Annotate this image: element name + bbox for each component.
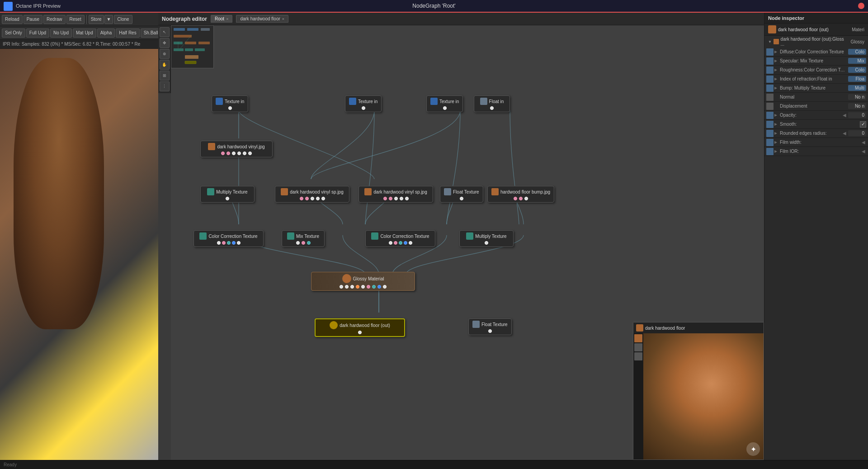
- port-cc1-p3[interactable]: [227, 241, 231, 245]
- port-glossy-p7[interactable]: [372, 285, 376, 289]
- pause-button[interactable]: Pause: [24, 15, 42, 24]
- store-arrow[interactable]: ▼: [104, 15, 113, 24]
- close-button[interactable]: [858, 3, 864, 9]
- node-mix-tex[interactable]: Mix Texture: [282, 230, 325, 247]
- port-glossy-p6[interactable]: [367, 285, 370, 289]
- port-vinyl-p3[interactable]: [232, 152, 236, 155]
- full-upd-button[interactable]: Full Upd: [26, 28, 49, 38]
- node-color-corr-2[interactable]: Color Correction Texture: [365, 230, 435, 247]
- port-glossy-p4[interactable]: [356, 285, 359, 289]
- port-vinylsp1-p4[interactable]: [316, 197, 320, 200]
- half-res-button[interactable]: Half Res: [116, 28, 139, 38]
- node-vinyl-sp1[interactable]: dark hardwood vinyl sp.jpg: [275, 186, 349, 203]
- port-cc2-p1[interactable]: [389, 241, 392, 245]
- port-glossy-p1[interactable]: [340, 285, 343, 289]
- port-float-tex-p1[interactable]: [460, 197, 463, 200]
- port-cc2-p2[interactable]: [394, 241, 397, 245]
- port-cc2-p3[interactable]: [399, 241, 402, 245]
- port-mix-p3[interactable]: [307, 241, 311, 245]
- node-color-corr-1[interactable]: Color Correction Texture: [193, 230, 264, 247]
- preview-thumb-3[interactable]: [634, 352, 642, 360]
- port-vinylsp1-p3[interactable]: [311, 197, 314, 200]
- port-mix-p2[interactable]: [302, 241, 305, 245]
- port-vinyl-p6[interactable]: [248, 152, 252, 155]
- redraw-button[interactable]: Redraw: [43, 15, 65, 24]
- ng-tool-zoom[interactable]: ⊕: [160, 49, 170, 59]
- alpha-button[interactable]: Alpha: [97, 28, 115, 38]
- ng-tool-grid[interactable]: ⊞: [160, 71, 170, 81]
- smooth-checkbox[interactable]: ✓: [860, 121, 866, 128]
- port-bump-p1[interactable]: [514, 197, 517, 200]
- reload-button[interactable]: Reload: [2, 15, 23, 24]
- node-texture-in-2[interactable]: Texture in: [345, 95, 382, 112]
- port-float-in-out[interactable]: [490, 106, 494, 110]
- tab-dark-hardwood-close[interactable]: ×: [282, 17, 284, 21]
- port-cc1-p5[interactable]: [237, 241, 241, 245]
- port-vinylsp2-p4[interactable]: [400, 197, 403, 200]
- node-texture-in-3[interactable]: Texture in: [426, 95, 463, 112]
- node-float-tex-2[interactable]: Float Texture: [468, 318, 512, 335]
- port-cc1-p4[interactable]: [232, 241, 236, 245]
- opacity-left-arrow[interactable]: ◀: [843, 113, 846, 118]
- rounded-left-arrow[interactable]: ◀: [843, 131, 846, 136]
- tab-dark-hardwood[interactable]: dark hardwood floor ×: [236, 15, 288, 23]
- ng-tool-pan[interactable]: ✋: [160, 60, 170, 70]
- port-vinylsp2-p1[interactable]: [383, 197, 387, 200]
- film-width-left-arrow[interactable]: ◀: [862, 140, 865, 145]
- port-vinylsp2-p5[interactable]: [405, 197, 409, 200]
- mat-upd-button[interactable]: Mat Upd: [73, 28, 96, 38]
- film-ior-left-arrow[interactable]: ◀: [862, 149, 865, 154]
- port-vinylsp2-p2[interactable]: [389, 197, 392, 200]
- port-vinylsp1-p2[interactable]: [305, 197, 309, 200]
- sel-only-button[interactable]: Sel Only: [2, 28, 25, 38]
- port-float-tex2-p1[interactable]: [488, 329, 492, 333]
- node-multiply-tex-2[interactable]: Multiply Texture: [459, 230, 514, 247]
- port-tex2-out[interactable]: [362, 106, 365, 110]
- port-vinylsp1-p1[interactable]: [300, 197, 303, 200]
- port-bump-p2[interactable]: [519, 197, 523, 200]
- port-glossy-p2[interactable]: [345, 285, 349, 289]
- port-tex1-out[interactable]: [228, 106, 232, 110]
- port-bump-p3[interactable]: [524, 197, 528, 200]
- clone-button[interactable]: Clone: [114, 15, 132, 24]
- tab-root[interactable]: Root ×: [211, 15, 232, 23]
- no-upd-button[interactable]: No Upd: [50, 28, 72, 38]
- node-glossy[interactable]: Glossy Material: [311, 272, 415, 291]
- port-glossy-p9[interactable]: [383, 285, 387, 289]
- port-mix-p1[interactable]: [296, 241, 300, 245]
- port-tex3-out[interactable]: [443, 106, 447, 110]
- ng-tool-cursor[interactable]: ↖: [160, 27, 170, 37]
- store-dropdown[interactable]: Store ▼: [89, 15, 113, 24]
- preview-thumb-2[interactable]: [634, 343, 642, 351]
- port-glossy-p5[interactable]: [361, 285, 365, 289]
- node-vinyl-jpg[interactable]: dark hardwood vinyl.jpg: [200, 141, 273, 157]
- node-vinyl-sp2[interactable]: dark hardwood vinyl sp.jpg: [359, 186, 433, 203]
- port-mult2-p1[interactable]: [485, 241, 488, 245]
- node-bump-jpg[interactable]: hardwood floor bump.jpg: [487, 186, 554, 203]
- port-cc2-p5[interactable]: [409, 241, 412, 245]
- store-button[interactable]: Store: [89, 15, 104, 24]
- port-cc1-p1[interactable]: [217, 241, 221, 245]
- port-cc2-p4[interactable]: [404, 241, 407, 245]
- port-vinylsp1-p5[interactable]: [321, 197, 325, 200]
- port-output-p1[interactable]: [358, 331, 362, 334]
- node-output[interactable]: dark hardwood floor (out): [315, 318, 405, 337]
- port-vinyl-p1[interactable]: [221, 152, 225, 155]
- port-vinyl-p5[interactable]: [243, 152, 246, 155]
- preview-thumb-1[interactable]: [634, 334, 642, 342]
- port-vinylsp2-p3[interactable]: [394, 197, 398, 200]
- node-float-in[interactable]: Float in: [474, 95, 510, 112]
- port-glossy-p3[interactable]: [350, 285, 354, 289]
- node-float-tex[interactable]: Float Texture: [440, 186, 483, 203]
- port-vinyl-p2[interactable]: [226, 152, 230, 155]
- node-texture-in-1[interactable]: Texture in: [212, 95, 248, 112]
- port-cc1-p2[interactable]: [222, 241, 226, 245]
- tab-root-close[interactable]: ×: [226, 17, 228, 21]
- port-vinyl-p4[interactable]: [237, 152, 241, 155]
- ng-tool-dots[interactable]: ⋮: [160, 81, 170, 91]
- port-glossy-p8[interactable]: [377, 285, 381, 289]
- port-mult1-p1[interactable]: [226, 197, 229, 200]
- ng-tool-move[interactable]: ✥: [160, 38, 170, 48]
- node-multiply-tex[interactable]: Multiply Texture: [200, 186, 255, 203]
- reset-button[interactable]: Reset: [66, 15, 85, 24]
